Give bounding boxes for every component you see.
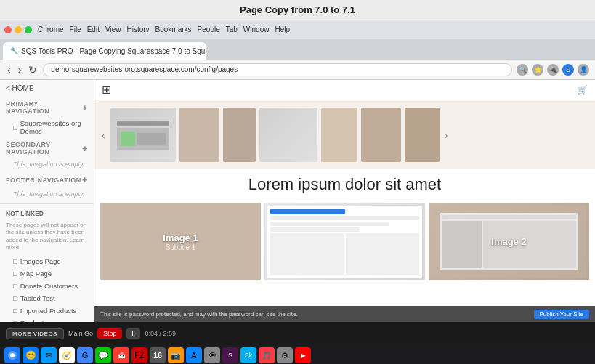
bottom-image-ss: [264, 203, 425, 280]
taskbar-photos-icon[interactable]: 📷: [168, 347, 184, 363]
primary-nav-add-button[interactable]: +: [82, 102, 88, 113]
refresh-button[interactable]: ↻: [27, 64, 39, 76]
taskbar-chrome-icon[interactable]: [4, 347, 20, 363]
taskbar-appstore-icon[interactable]: A: [186, 347, 202, 363]
sidebar-item-map-page[interactable]: □ Map Page: [0, 267, 94, 280]
sidebar-item-donate[interactable]: □ Donate Customers: [0, 280, 94, 292]
tab-bar: 🔧 SQS Tools PRO - Page Copying Squarespa…: [0, 39, 595, 60]
secondary-nav-add-button[interactable]: +: [82, 143, 88, 154]
stop-button[interactable]: Stop: [97, 328, 123, 339]
pause-button[interactable]: ⏸: [126, 328, 140, 339]
taskbar-16-icon[interactable]: 16: [150, 347, 166, 363]
gallery-item-bowl-5: [405, 108, 440, 162]
cart-icon[interactable]: 🛒: [577, 85, 588, 95]
image-1-label: Image 1: [163, 232, 198, 243]
taskbar-music-icon[interactable]: 🎵: [259, 347, 275, 363]
taskbar-skype-icon[interactable]: Sk: [240, 347, 256, 363]
not-linked-description: These pages will not appear on the site …: [0, 220, 94, 255]
extension-icon-1[interactable]: 🔍: [517, 64, 528, 76]
browser-tab[interactable]: 🔧 SQS Tools PRO - Page Copying Squarespa…: [3, 42, 206, 60]
menu-history[interactable]: History: [126, 25, 149, 33]
label: Products: [20, 319, 48, 322]
sidebar-divider: [0, 203, 94, 204]
publish-notice: This site is password protected, and may…: [100, 311, 298, 318]
bottom-image-2: Image 2: [429, 203, 589, 280]
footer-nav-empty: This navigation is empty.: [0, 187, 94, 201]
menu-file[interactable]: File: [70, 25, 81, 33]
main-content: ⊞ 🛒 ‹: [94, 80, 595, 322]
taskbar-messages-icon[interactable]: 💬: [95, 347, 111, 363]
taskbar-settings-icon[interactable]: ⚙: [277, 347, 293, 363]
back-button[interactable]: ‹: [6, 64, 12, 76]
primary-nav-label: PRIMARY NAVIGATION: [6, 100, 82, 115]
minimize-button[interactable]: [15, 26, 22, 33]
extension-icon-4[interactable]: S: [562, 64, 574, 76]
gallery-item-2: [259, 108, 317, 162]
sidebar-home[interactable]: < HOME: [0, 80, 94, 97]
title-bar: Page Copy from 7.0 to 7.1: [0, 0, 595, 20]
traffic-lights: [4, 26, 32, 33]
sidebar-item-imported-products[interactable]: □ Imported Products: [0, 304, 94, 317]
secondary-nav-empty: This navigation is empty.: [0, 158, 94, 171]
video-area: ⊞ 🛒 ‹: [94, 80, 595, 322]
close-button[interactable]: [4, 26, 12, 33]
footer-nav-add-button[interactable]: +: [82, 174, 88, 185]
ss-toolbar: ⊞ 🛒: [94, 80, 595, 100]
taskbar-filezilla-icon[interactable]: FZ: [131, 347, 147, 363]
more-videos-button[interactable]: MORE VIDEOS: [6, 328, 64, 339]
main-go-label: Main Go: [68, 330, 93, 337]
footer-nav-label: FOOTER NAVIGATION: [6, 177, 81, 184]
page-icon: □: [13, 282, 17, 290]
taskbar-chrome-icon2[interactable]: G: [77, 347, 93, 363]
taskbar-slack-icon[interactable]: S: [222, 347, 238, 363]
user-icon[interactable]: 👤: [578, 64, 589, 76]
page-icon: □: [13, 124, 17, 132]
taskbar-calendar-icon[interactable]: 📅: [113, 347, 129, 363]
sidebar-item-products[interactable]: □ Products: [0, 317, 94, 322]
publish-button[interactable]: Publish Your Site: [534, 310, 590, 319]
menu-tab[interactable]: Tab: [226, 25, 238, 33]
secondary-nav-label: SECONDARY NAVIGATION: [6, 141, 82, 155]
maximize-button[interactable]: [25, 26, 32, 33]
address-input[interactable]: [43, 63, 512, 76]
forward-button[interactable]: ›: [17, 64, 23, 76]
menu-window[interactable]: Window: [243, 25, 270, 33]
browser-menu-bar: Chrome File Edit View History Bookmarks …: [0, 20, 595, 39]
menu-people[interactable]: People: [198, 25, 220, 33]
title-text: Page Copy from 7.0 to 7.1: [240, 4, 355, 15]
menu-edit[interactable]: Edit: [87, 25, 100, 33]
extension-icon-3[interactable]: 🔌: [547, 64, 559, 76]
menu-help[interactable]: Help: [275, 25, 290, 33]
gallery-item-1: [110, 108, 176, 162]
menu-bar: Chrome File Edit View History Bookmarks …: [38, 25, 290, 33]
taskbar: 😊 ✉ 🧭 G 💬 📅 FZ 16 📷 A 👁 S Sk 🎵 ⚙ ▶: [0, 345, 595, 364]
taskbar-mail-icon[interactable]: ✉: [41, 347, 57, 363]
sidebar-item-images-page[interactable]: □ Images Page: [0, 255, 94, 267]
image-gallery: ‹ ›: [94, 100, 595, 169]
taskbar-youtube-icon[interactable]: ▶: [295, 347, 311, 363]
bottom-image-1: Image 1 Subtitle 1: [100, 203, 261, 280]
tab-favicon: 🔧: [10, 47, 18, 54]
taskbar-preview-icon[interactable]: 👁: [204, 347, 220, 363]
taskbar-finder-icon[interactable]: 😊: [23, 347, 39, 363]
menu-bookmarks[interactable]: Bookmarks: [155, 25, 192, 33]
page-icon: □: [13, 294, 17, 302]
gallery-next-arrow[interactable]: ›: [443, 129, 450, 141]
gallery-item-bowl-1: [179, 108, 219, 162]
gallery-prev-arrow[interactable]: ‹: [100, 129, 107, 141]
svg-point-1: [10, 353, 15, 357]
sidebar-item-demos[interactable]: □ Squarewebsites.org Demos: [0, 117, 94, 137]
page-icon: □: [13, 319, 17, 322]
gallery-item-bowl-4: [361, 108, 401, 162]
sidebar: < HOME PRIMARY NAVIGATION + □ Squarewebs…: [0, 80, 94, 322]
extension-icon-2[interactable]: ⭐: [532, 64, 543, 76]
menu-chrome[interactable]: Chrome: [38, 25, 64, 33]
sidebar-item-tabled-test[interactable]: □ Tabled Test: [0, 292, 94, 304]
page-icon: □: [13, 307, 17, 315]
page-icon: □: [13, 270, 17, 278]
footer-nav-header: FOOTER NAVIGATION +: [0, 171, 94, 187]
taskbar-safari-icon[interactable]: 🧭: [59, 347, 75, 363]
menu-view[interactable]: View: [105, 25, 121, 33]
sidebar-demos-label: Squarewebsites.org Demos: [20, 119, 88, 135]
browser-action-icons: 🔍 ⭐ 🔌 S 👤: [517, 64, 589, 76]
